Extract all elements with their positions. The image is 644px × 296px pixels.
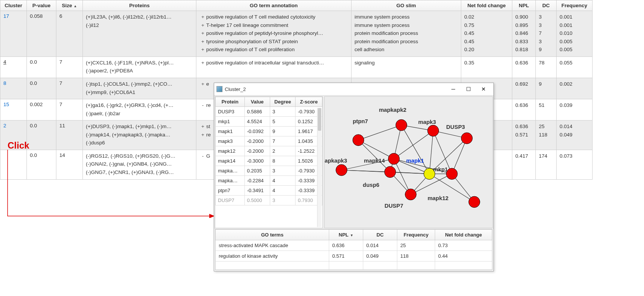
protein-row[interactable]: mapka…0.20353-0.7930 <box>216 166 322 176</box>
protein-row[interactable]: mapk12-0.20002-1.2522 <box>216 146 322 156</box>
cell-size: 7 <box>56 99 83 121</box>
svg-point-29 <box>461 133 473 144</box>
header-go-slim[interactable]: GO slim <box>352 0 461 11</box>
main-header-row: Cluster P-value Size▲ Proteins GO term a… <box>0 0 593 11</box>
expand-icon[interactable]: + <box>199 46 206 53</box>
protein-row[interactable]: mapka…-0.22844-0.3339 <box>216 176 322 186</box>
protein-cell: mapk1 <box>216 127 245 136</box>
protein-cell: mapka… <box>216 166 245 176</box>
cell-dc: 25118 <box>536 121 557 150</box>
svg-point-32 <box>384 166 396 178</box>
protein-cell: -0.3491 <box>244 186 270 196</box>
cell-proteins: (+)CXCL16, (-)F11R, (+)NRAS, (+)pl…(-)ap… <box>83 56 196 78</box>
protein-cell: -0.3000 <box>244 156 270 166</box>
cell-nf: 0.020.750.450.450.20 <box>461 11 512 57</box>
cell-nf: 0.35 <box>461 56 512 78</box>
scrollbar[interactable] <box>317 108 322 227</box>
header-dc[interactable]: DC <box>536 0 557 11</box>
cluster-link[interactable]: 15 <box>3 102 9 107</box>
node-label: mapk1 <box>406 158 424 164</box>
cell-go-term: +positive regulation of intracellular si… <box>196 56 352 78</box>
table-row[interactable]: 170.0586(+)IL23A, (+)il6, (-)il12rb2, (-… <box>0 11 593 57</box>
svg-line-7 <box>394 131 433 159</box>
expand-icon[interactable]: + <box>199 38 206 45</box>
svg-point-28 <box>428 125 439 136</box>
header-size[interactable]: Size▲ <box>56 0 83 11</box>
cell-npl: 0.636 <box>512 56 536 78</box>
cell-proteins: (+)IL23A, (+)il6, (-)il12rb2, (-)il12rb1… <box>83 11 196 57</box>
titlebar[interactable]: Cluster_2 ─ ☐ ✕ <box>214 83 493 96</box>
cluster-link[interactable]: 8 <box>3 80 6 86</box>
protein-header-protein[interactable]: Protein <box>216 97 245 107</box>
protein-cell: 8 <box>270 156 295 166</box>
cell-freq: 0.039 <box>557 99 593 121</box>
protein-row[interactable]: DUSP70.500030.7930 <box>216 196 322 205</box>
window-icon <box>216 86 222 92</box>
popup-go-cell: 0.73 <box>435 240 492 251</box>
expand-icon[interactable]: - <box>199 102 206 109</box>
protein-row[interactable]: DUSP30.58863-0.7930 <box>216 107 322 117</box>
protein-cell: 0.5886 <box>244 107 270 117</box>
cell-proteins: (+)DUSP3, (-)mapk1, (+)mkp1, (-)m…(-)map… <box>83 121 196 150</box>
svg-line-19 <box>390 172 429 174</box>
protein-cell: 7 <box>270 136 295 146</box>
expand-icon[interactable]: + <box>199 80 206 88</box>
popup-go-header-dc[interactable]: DC <box>363 230 397 240</box>
cell-npl: 0.636 <box>512 99 536 121</box>
cell-size: 6 <box>56 11 83 57</box>
protein-cell: 2 <box>270 146 295 156</box>
svg-point-30 <box>336 164 347 176</box>
svg-line-3 <box>401 125 429 174</box>
protein-cell: -0.2284 <box>244 176 270 186</box>
node-label: mkp1 <box>433 166 448 172</box>
expand-icon[interactable]: + <box>199 13 206 21</box>
header-go-term[interactable]: GO term annotation <box>196 0 352 11</box>
protein-row[interactable]: mapk1-0.039291.9617 <box>216 127 322 136</box>
popup-go-header-npl[interactable]: NPL▼ <box>329 230 363 240</box>
popup-go-header-nf[interactable]: Net fold change <box>435 230 492 240</box>
node-label: mapk12 <box>428 195 448 201</box>
protein-row[interactable]: ptpn7-0.34914-0.3339 <box>216 186 322 196</box>
protein-row[interactable]: mkp14.552450.1252 <box>216 117 322 127</box>
cell-freq: 0.002 <box>557 78 593 99</box>
expand-icon[interactable]: - <box>199 152 206 160</box>
network-graph[interactable]: mapkapk2 ptpn7 mapk3 DUSP3 apkapk3 mapk1… <box>324 96 493 228</box>
popup-go-cell: 0.049 <box>363 251 397 262</box>
maximize-button[interactable]: ☐ <box>461 85 476 94</box>
close-button[interactable]: ✕ <box>476 85 491 94</box>
popup-go-cell: stress-activated MAPK cascade <box>216 240 329 251</box>
scroll-thumb[interactable] <box>318 108 321 131</box>
protein-cell: 3 <box>270 196 295 205</box>
cluster-link[interactable]: 17 <box>3 13 9 19</box>
popup-go-header-go[interactable]: GO terms <box>216 230 329 240</box>
cluster-link[interactable]: 2 <box>3 123 6 128</box>
header-net-fold[interactable]: Net fold change <box>461 0 512 11</box>
protein-row[interactable]: mapk14-0.300081.5026 <box>216 156 322 166</box>
protein-cell: 3 <box>270 166 295 176</box>
header-npl[interactable]: NPL <box>512 0 536 11</box>
protein-header-degree[interactable]: Degree <box>270 97 295 107</box>
protein-row[interactable]: mapk3-0.200071.0435 <box>216 136 322 146</box>
protein-header-zscore[interactable]: Z-score <box>296 97 322 107</box>
svg-point-36 <box>469 196 480 208</box>
protein-cell: mapka… <box>216 176 245 186</box>
cluster-link[interactable]: 4 <box>3 59 6 65</box>
expand-icon[interactable]: + <box>199 30 206 37</box>
node-label: mapkapk2 <box>379 107 406 113</box>
expand-icon[interactable]: + <box>199 22 206 29</box>
header-freq[interactable]: Frequency <box>557 0 593 11</box>
node-label: mapk14 <box>364 158 385 164</box>
expand-icon[interactable]: + <box>199 131 206 139</box>
expand-icon[interactable]: + <box>199 123 206 130</box>
header-cluster[interactable]: Cluster <box>0 0 27 11</box>
header-proteins[interactable]: Proteins <box>83 0 196 11</box>
table-row[interactable]: 40.07(+)CXCL16, (-)F11R, (+)NRAS, (+)pl…… <box>0 56 593 78</box>
expand-icon[interactable]: + <box>199 59 206 67</box>
popup-go-row[interactable]: stress-activated MAPK cascade0.6360.0142… <box>216 240 492 251</box>
header-pvalue[interactable]: P-value <box>27 0 56 11</box>
cell-pvalue: 0.058 <box>27 11 56 57</box>
popup-go-row[interactable]: regulation of kinase activity0.5710.0491… <box>216 251 492 262</box>
minimize-button[interactable]: ─ <box>446 85 461 94</box>
protein-header-value[interactable]: Value <box>244 97 270 107</box>
popup-go-header-freq[interactable]: Frequency <box>397 230 435 240</box>
